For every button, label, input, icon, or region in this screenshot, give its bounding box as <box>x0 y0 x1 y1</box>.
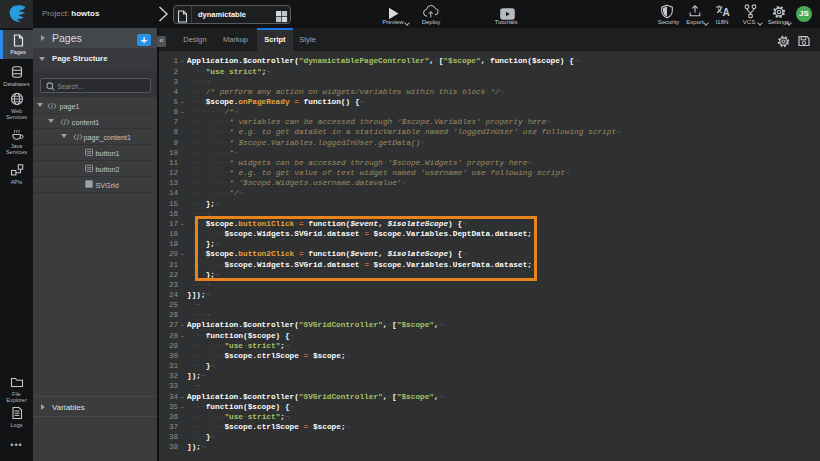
svg-text:A: A <box>722 7 729 18</box>
